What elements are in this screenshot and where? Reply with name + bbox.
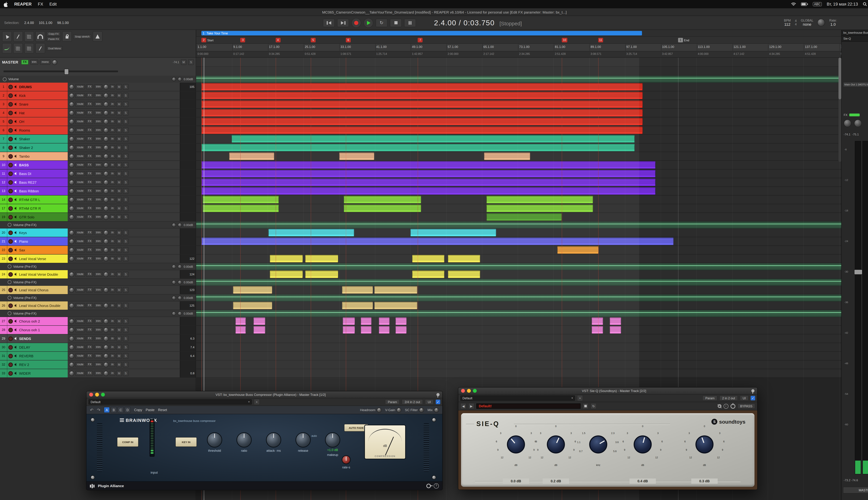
arrange-lane[interactable] [196, 343, 841, 352]
audio-clip[interactable] [610, 326, 621, 334]
fx-button[interactable]: FX [86, 353, 93, 358]
mute-button[interactable]: M [116, 318, 122, 324]
record-arm-button[interactable] [8, 336, 13, 341]
trim-button[interactable]: trim [94, 102, 102, 106]
mute-button[interactable]: M [116, 101, 122, 107]
route-button[interactable]: route [75, 345, 85, 350]
arrange-lane[interactable] [196, 334, 841, 343]
track-name[interactable]: Lead Vocal Chorus [19, 288, 48, 292]
trim-button[interactable]: trim [94, 256, 102, 261]
audio-clip[interactable] [487, 213, 562, 221]
track-name[interactable]: Kick [19, 93, 26, 98]
param-button[interactable]: Param [703, 396, 717, 401]
trim-button[interactable]: trim [94, 287, 102, 292]
pan-knob[interactable] [69, 256, 74, 261]
preset-slot-C[interactable]: C [118, 407, 124, 413]
width-knob[interactable] [103, 327, 109, 332]
mix-knob[interactable] [434, 408, 439, 412]
selection-length[interactable]: 98.1.00 [57, 21, 69, 25]
track-number[interactable]: 24 [0, 270, 7, 279]
mute-button[interactable]: M [116, 327, 122, 333]
master-pan-knob[interactable] [52, 59, 57, 65]
audio-clip[interactable] [201, 109, 643, 117]
track-number[interactable]: 12 [0, 178, 7, 186]
envelope-lane[interactable] [196, 263, 841, 270]
input-button[interactable]: in [110, 371, 115, 376]
time-signature[interactable]: 4 4 [795, 19, 797, 26]
track-name[interactable]: SENDS [19, 337, 31, 340]
stop-button[interactable] [390, 19, 402, 27]
ruler-bar-label[interactable]: 41.1.00 [376, 45, 387, 49]
solo-button[interactable]: S [123, 287, 128, 293]
battery-icon[interactable] [801, 2, 808, 6]
fx-button[interactable]: FX [86, 230, 93, 235]
pan-knob[interactable] [69, 154, 74, 159]
fx-button[interactable]: FX [86, 197, 93, 202]
key-in-button[interactable]: KEY IN [175, 437, 197, 447]
audio-clip[interactable] [201, 144, 635, 151]
master-output-button[interactable]: Main Out 1 (MOTU Audio Ex [843, 82, 868, 87]
width-knob[interactable] [103, 136, 109, 141]
go-to-start-button[interactable] [323, 19, 335, 27]
copy-fx-button[interactable]: Copy FX [47, 32, 61, 36]
solo-button[interactable]: S [123, 344, 128, 350]
track-panel-row[interactable]: 5 OH route FX trim in M S [0, 117, 196, 126]
fx-chain-item[interactable]: Sie-Q [842, 36, 868, 42]
track-panel-row[interactable]: 22 Sax route FX trim in M S [0, 246, 196, 254]
track-name[interactable]: BASS [19, 163, 29, 167]
solo-button[interactable]: S [123, 162, 128, 168]
paste-button[interactable]: Paste [146, 408, 155, 412]
solo-button[interactable]: S [123, 136, 128, 142]
eq-knob-1[interactable] [507, 435, 525, 454]
minimize-icon[interactable] [95, 393, 99, 397]
input-button[interactable]: in [110, 197, 115, 202]
plugin-enabled-checkbox[interactable]: ✓ [751, 396, 755, 400]
audio-clip[interactable] [270, 255, 303, 262]
menubar-clock[interactable]: Вт, 19 мая 22:13 [827, 2, 858, 7]
trim-button[interactable]: trim [94, 206, 102, 211]
solo-button[interactable]: S [123, 127, 128, 133]
track-number[interactable]: 21 [0, 237, 7, 246]
pan-knob[interactable] [69, 327, 74, 332]
master-mute-button[interactable]: M [181, 59, 186, 65]
record-arm-button[interactable] [8, 171, 13, 176]
envelope-panel-row[interactable]: Volume (Pre-FX) 0.00dB [0, 221, 196, 228]
mute-button[interactable]: M [116, 256, 122, 261]
audio-clip[interactable] [339, 152, 374, 160]
record-arm-button[interactable] [8, 154, 13, 159]
input-button[interactable]: in [110, 180, 115, 184]
play-button[interactable] [364, 18, 373, 27]
fx-button[interactable]: FX [86, 102, 93, 106]
pan-knob[interactable] [69, 93, 74, 98]
go-to-end-button[interactable] [337, 19, 349, 27]
mute-button[interactable]: M [116, 362, 122, 367]
trim-button[interactable]: trim [94, 171, 102, 176]
track-panel-row[interactable]: 20 Keys route FX trim in M S [0, 228, 196, 237]
trim-button[interactable]: trim [94, 248, 102, 252]
solo-button[interactable]: S [123, 239, 128, 244]
solo-button[interactable]: S [123, 303, 128, 308]
solo-button[interactable]: S [123, 336, 128, 341]
ruler-bar-label[interactable]: 25.1.00 [305, 45, 315, 49]
spotlight-icon[interactable] [863, 2, 867, 6]
pan-knob[interactable] [69, 319, 74, 324]
track-panel-row[interactable]: 29 SENDS route FX trim in M S 6.3 [0, 334, 196, 343]
record-arm-button[interactable] [8, 239, 13, 243]
playrate-display[interactable]: Rate: 1.0 [829, 19, 837, 27]
envelope-knob[interactable] [172, 296, 176, 300]
route-button[interactable]: route [75, 84, 85, 89]
audio-clip[interactable] [203, 196, 278, 204]
trim-button[interactable]: trim [94, 215, 102, 219]
redo-icon[interactable]: ↷ [97, 408, 100, 412]
envelope-name[interactable]: Volume (Pre-FX) [13, 223, 36, 227]
solo-button[interactable]: S [123, 171, 128, 177]
route-button[interactable]: route [75, 206, 85, 211]
pan-knob[interactable] [69, 247, 74, 253]
ratio-knob[interactable] [237, 432, 252, 447]
solo-button[interactable]: S [123, 145, 128, 150]
mute-button[interactable]: M [116, 145, 122, 150]
arrange-lane[interactable] [196, 317, 841, 326]
attackms-knob[interactable] [266, 432, 281, 447]
mute-button[interactable]: M [116, 336, 122, 341]
ruler-bar-label[interactable]: 97.1.00 [626, 45, 637, 49]
